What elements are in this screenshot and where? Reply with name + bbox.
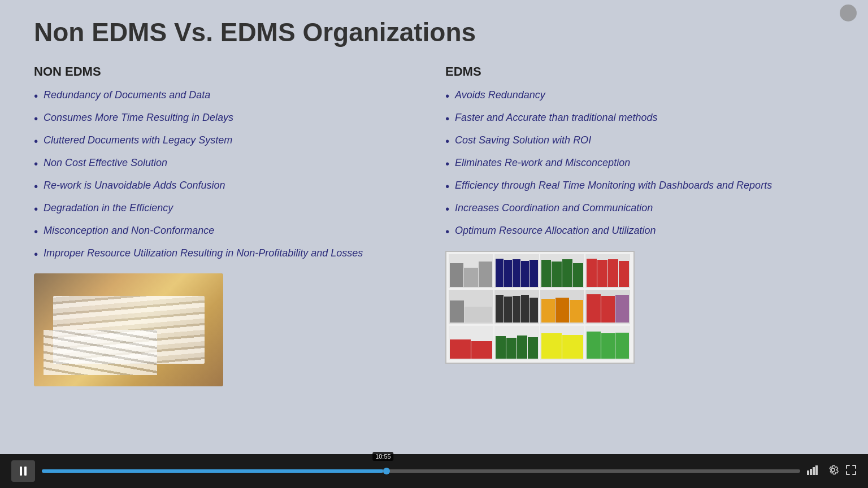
binder bbox=[587, 259, 597, 287]
binder bbox=[601, 296, 615, 323]
binder bbox=[479, 262, 492, 287]
slide-area: Non EDMS Vs. EDMS Organizations NON EDMS… bbox=[0, 0, 868, 454]
progress-bar-container[interactable]: 10:55 bbox=[42, 469, 800, 473]
binder bbox=[541, 333, 562, 359]
shelf-section bbox=[449, 254, 493, 288]
list-item: Non Cost Effective Solution bbox=[34, 156, 423, 172]
shelf-section bbox=[494, 290, 539, 324]
non-edms-header: NON EDMS bbox=[34, 64, 423, 79]
binder bbox=[587, 332, 600, 359]
shelf-section bbox=[494, 254, 539, 288]
progress-track: 10:55 bbox=[42, 469, 800, 473]
binder bbox=[541, 260, 552, 287]
list-item: Cost Saving Solution with ROI bbox=[445, 133, 834, 149]
binder bbox=[521, 261, 529, 287]
binder bbox=[513, 259, 520, 287]
binder bbox=[496, 259, 504, 287]
binder bbox=[465, 307, 492, 323]
binder bbox=[587, 294, 600, 323]
binder bbox=[450, 339, 471, 359]
list-item: Optimum Resource Allocation and Utilizat… bbox=[445, 224, 834, 239]
slide-title: Non EDMS Vs. EDMS Organizations bbox=[34, 17, 834, 47]
signal-icon bbox=[807, 465, 821, 478]
binder bbox=[541, 299, 555, 323]
messy-papers-graphic bbox=[34, 273, 223, 386]
binder bbox=[552, 262, 562, 287]
binder bbox=[450, 263, 463, 287]
shelf-section bbox=[585, 290, 630, 324]
top-circle-decoration bbox=[840, 5, 857, 21]
shelf-section bbox=[449, 290, 493, 324]
binder bbox=[608, 259, 618, 287]
list-item: Degradation in the Efficiency bbox=[34, 201, 423, 217]
progress-fill bbox=[42, 469, 383, 473]
svg-rect-1 bbox=[810, 469, 812, 475]
columns-container: NON EDMS Redundancy of Documents and Dat… bbox=[34, 64, 834, 386]
binder bbox=[601, 333, 615, 359]
binder bbox=[615, 295, 629, 323]
non-edms-column: NON EDMS Redundancy of Documents and Dat… bbox=[34, 64, 423, 386]
edms-header: EDMS bbox=[445, 64, 834, 79]
play-pause-button[interactable] bbox=[11, 460, 35, 482]
binder bbox=[517, 336, 527, 358]
list-item: Consumes More Time Resulting in Delays bbox=[34, 111, 423, 127]
binder bbox=[528, 337, 538, 359]
shelf-section bbox=[494, 326, 539, 360]
binder bbox=[570, 300, 583, 323]
binder bbox=[530, 260, 537, 287]
pause-icon bbox=[20, 467, 27, 476]
edms-image bbox=[445, 251, 635, 364]
list-item: Efficiency through Real Time Monitoring … bbox=[445, 178, 834, 194]
svg-rect-3 bbox=[815, 465, 818, 475]
time-tooltip: 10:55 bbox=[372, 452, 394, 461]
list-item: Increases Coordination and Communication bbox=[445, 201, 834, 217]
svg-rect-0 bbox=[807, 470, 809, 475]
binder bbox=[471, 341, 492, 359]
edms-list: Avoids RedundancyFaster and Accurate tha… bbox=[445, 88, 834, 239]
binder bbox=[530, 298, 537, 323]
binder bbox=[450, 300, 464, 323]
shelf-section bbox=[540, 326, 585, 360]
list-item: Avoids Redundancy bbox=[445, 88, 834, 104]
binder bbox=[504, 260, 512, 287]
shelf-section bbox=[585, 326, 630, 360]
settings-icon[interactable] bbox=[827, 464, 839, 478]
binder bbox=[562, 335, 583, 359]
controls-right bbox=[807, 464, 857, 478]
edms-column: EDMS Avoids RedundancyFaster and Accurat… bbox=[445, 64, 834, 386]
fullscreen-icon[interactable] bbox=[845, 464, 857, 478]
binder bbox=[506, 338, 517, 358]
progress-thumb: 10:55 bbox=[383, 468, 390, 474]
shelf-section bbox=[540, 254, 585, 288]
non-edms-image bbox=[34, 273, 223, 386]
binder bbox=[504, 297, 512, 323]
binder bbox=[619, 261, 629, 287]
binder bbox=[521, 295, 529, 323]
binder bbox=[464, 268, 478, 287]
list-item: Faster and Accurate than traditional met… bbox=[445, 111, 834, 127]
list-item: Eliminates Re-work and Misconception bbox=[445, 156, 834, 172]
binder bbox=[562, 259, 572, 287]
binder bbox=[513, 296, 520, 323]
pause-bar-right bbox=[24, 467, 27, 476]
binder bbox=[597, 260, 607, 287]
pause-bar-left bbox=[20, 467, 22, 476]
list-item: Re-work is Unavoidable Adds Confusion bbox=[34, 178, 423, 194]
binder bbox=[496, 336, 506, 358]
binder bbox=[573, 263, 583, 287]
list-item: Cluttered Documents with Legacy System bbox=[34, 133, 423, 149]
svg-rect-2 bbox=[813, 467, 815, 475]
list-item: Misconception and Non-Conformance bbox=[34, 224, 423, 239]
non-edms-list: Redundancy of Documents and DataConsumes… bbox=[34, 88, 423, 262]
binder bbox=[615, 333, 629, 359]
binder bbox=[555, 298, 569, 323]
shelf-section bbox=[585, 254, 630, 288]
shelf-section bbox=[449, 326, 493, 360]
shelf-section bbox=[540, 290, 585, 324]
video-controls-bar: 10:55 bbox=[0, 454, 868, 488]
binder bbox=[496, 295, 504, 323]
list-item: Redundancy of Documents and Data bbox=[34, 88, 423, 104]
list-item: Improper Resource Utilization Resulting … bbox=[34, 246, 423, 262]
